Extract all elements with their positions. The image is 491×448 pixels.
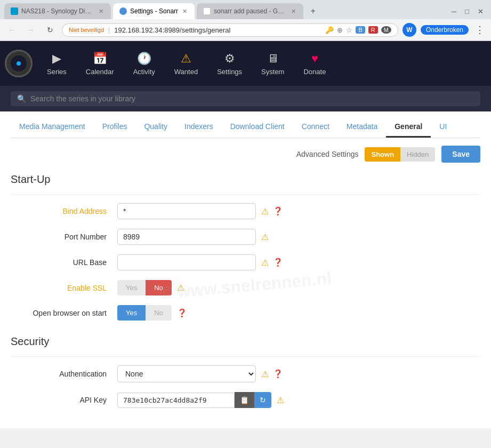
auth-icons: ⚠ ❓ bbox=[261, 369, 283, 379]
nas-favicon bbox=[11, 7, 18, 15]
star-icon[interactable]: ☆ bbox=[346, 26, 352, 34]
tab-profiles[interactable]: Profiles bbox=[94, 117, 136, 138]
logo-circle bbox=[5, 50, 33, 77]
open-browser-icons: ❓ bbox=[177, 308, 187, 318]
enable-ssl-no-button[interactable]: No bbox=[146, 280, 172, 295]
enable-ssl-row: Enable SSL Yes No ⚠ bbox=[11, 280, 480, 295]
browser-controls: ← → ↻ Niet beveiligd | 192.168.192.34:89… bbox=[0, 19, 491, 41]
tab-media-management[interactable]: Media Management bbox=[11, 117, 94, 138]
main-content: Media Management Profiles Quality Indexe… bbox=[0, 111, 491, 428]
tab-indexers[interactable]: Indexers bbox=[176, 117, 222, 138]
tab-google[interactable]: sonarr add paused - Google zo... ✕ bbox=[197, 3, 303, 19]
bind-address-help-icon[interactable]: ❓ bbox=[273, 206, 283, 216]
nav-item-calendar[interactable]: 📅 Calendar bbox=[76, 46, 124, 81]
tab-nas[interactable]: NAS218 - Synology DiskStation ✕ bbox=[4, 3, 111, 19]
open-browser-no-button[interactable]: No bbox=[146, 305, 172, 321]
tab-quality[interactable]: Quality bbox=[135, 117, 176, 138]
api-key-icons: ⚠ bbox=[277, 395, 284, 405]
port-number-label: Port Number bbox=[11, 233, 117, 241]
api-key-copy-button[interactable]: 📋 bbox=[235, 392, 254, 408]
tab-sonarr-close[interactable]: ✕ bbox=[181, 8, 188, 15]
tab-metadata[interactable]: Metadata bbox=[338, 117, 386, 138]
wanted-icon: ⚠ bbox=[181, 52, 191, 66]
nav-item-system[interactable]: 🖥 System bbox=[252, 46, 294, 81]
enable-ssl-icons: ⚠ bbox=[177, 283, 184, 293]
tab-general[interactable]: General bbox=[386, 117, 431, 138]
open-browser-row: Open browser on start Yes No ❓ bbox=[11, 305, 480, 321]
save-button[interactable]: Save bbox=[441, 146, 480, 163]
open-browser-yes-button[interactable]: Yes bbox=[117, 305, 146, 321]
tab-sonarr[interactable]: Settings - Sonarr ✕ bbox=[113, 3, 195, 19]
startup-section-title: Start-Up bbox=[11, 168, 480, 195]
google-favicon bbox=[203, 7, 211, 15]
authentication-select[interactable]: None Basic (Browser popup) Forms (Login … bbox=[117, 365, 256, 382]
enable-ssl-warn-icon: ⚠ bbox=[177, 283, 184, 293]
bind-address-warn-icon: ⚠ bbox=[261, 206, 269, 217]
close-button[interactable]: ✕ bbox=[474, 6, 487, 17]
activity-icon: 🕐 bbox=[137, 52, 151, 66]
forward-button[interactable]: → bbox=[23, 22, 38, 37]
search-icon: 🔍 bbox=[17, 94, 26, 103]
port-number-input[interactable] bbox=[117, 229, 256, 245]
address-icons: 🔑 ⊕ ☆ B R M bbox=[325, 26, 391, 34]
series-icon: ▶ bbox=[52, 52, 61, 66]
url-base-row: URL Base ⚠ ❓ bbox=[11, 254, 480, 270]
open-browser-label: Open browser on start bbox=[11, 309, 117, 317]
nav-system-label: System bbox=[261, 68, 284, 76]
url-base-input[interactable] bbox=[117, 254, 256, 270]
tab-sonarr-label: Settings - Sonarr bbox=[130, 7, 178, 15]
enable-ssl-label: Enable SSL bbox=[11, 284, 117, 292]
back-button[interactable]: ← bbox=[4, 22, 19, 37]
nav-item-donate[interactable]: ♥ Donate bbox=[294, 46, 335, 81]
port-number-warn-icon: ⚠ bbox=[261, 232, 269, 242]
browser-menu-button[interactable]: ⋮ bbox=[473, 24, 487, 36]
nav-wanted-label: Wanted bbox=[174, 68, 198, 76]
enable-ssl-yes-button[interactable]: Yes bbox=[117, 280, 146, 295]
api-key-group: 📋 ↻ bbox=[117, 392, 271, 408]
profile-button[interactable]: W bbox=[403, 23, 416, 37]
advanced-shown-button[interactable]: Shown bbox=[365, 147, 400, 162]
maximize-button[interactable]: □ bbox=[462, 6, 472, 17]
api-key-warn-icon: ⚠ bbox=[277, 395, 284, 405]
reload-button[interactable]: ↻ bbox=[43, 22, 58, 37]
advanced-row: Advanced Settings Shown Hidden Save bbox=[11, 138, 480, 168]
url-base-icons: ⚠ ❓ bbox=[261, 258, 283, 268]
bind-address-input[interactable] bbox=[117, 203, 256, 219]
nav-item-settings[interactable]: ⚙ Settings bbox=[207, 46, 252, 81]
browser-chrome: NAS218 - Synology DiskStation ✕ Settings… bbox=[0, 0, 491, 41]
system-icon: 🖥 bbox=[267, 52, 279, 66]
nav-activity-label: Activity bbox=[133, 68, 155, 76]
advanced-toggle: Shown Hidden bbox=[365, 147, 435, 162]
api-key-refresh-button[interactable]: ↻ bbox=[254, 392, 271, 408]
tab-ui[interactable]: UI bbox=[431, 117, 455, 138]
search-input[interactable] bbox=[30, 94, 474, 103]
auth-warn-icon: ⚠ bbox=[261, 369, 269, 379]
ssl-warning: Niet beveiligd bbox=[69, 27, 104, 33]
nav-item-series[interactable]: ▶ Series bbox=[37, 46, 76, 81]
nav-logo[interactable] bbox=[0, 45, 37, 82]
auth-help-icon[interactable]: ❓ bbox=[273, 369, 283, 379]
logo-inner bbox=[11, 55, 27, 71]
calendar-icon: 📅 bbox=[93, 52, 107, 66]
minimize-button[interactable]: ─ bbox=[448, 6, 460, 17]
authentication-row: Authentication None Basic (Browser popup… bbox=[11, 365, 480, 382]
tab-download-client[interactable]: Download Client bbox=[222, 117, 293, 138]
ext-icon3: M bbox=[381, 26, 391, 34]
ext-icon1: B bbox=[356, 26, 365, 34]
nav-item-activity[interactable]: 🕐 Activity bbox=[124, 46, 165, 81]
open-browser-help-icon[interactable]: ❓ bbox=[177, 308, 187, 318]
advanced-hidden-button[interactable]: Hidden bbox=[400, 147, 435, 162]
security-section-title: Security bbox=[11, 330, 480, 357]
tab-google-close[interactable]: ✕ bbox=[290, 8, 297, 15]
nav-item-wanted[interactable]: ⚠ Wanted bbox=[165, 46, 207, 81]
tab-connect[interactable]: Connect bbox=[293, 117, 338, 138]
bind-address-row: Bind Address ⚠ ❓ bbox=[11, 203, 480, 219]
new-tab-button[interactable]: + bbox=[305, 4, 320, 19]
url-base-help-icon[interactable]: ❓ bbox=[273, 258, 283, 267]
bind-address-label: Bind Address bbox=[11, 207, 117, 215]
url-base-warn-icon: ⚠ bbox=[261, 258, 269, 268]
address-bar[interactable]: Niet beveiligd | 192.168.192.34:8989/set… bbox=[62, 23, 398, 37]
api-key-input[interactable] bbox=[117, 393, 235, 408]
nav-calendar-label: Calendar bbox=[86, 68, 114, 76]
tab-nas-close[interactable]: ✕ bbox=[98, 8, 104, 15]
